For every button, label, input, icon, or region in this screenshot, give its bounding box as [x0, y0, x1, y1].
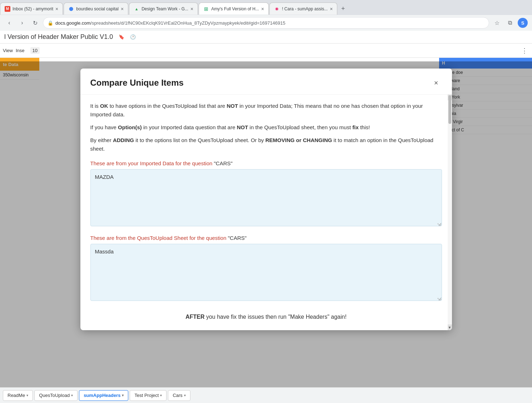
tab-cara-close[interactable]: ×: [330, 6, 333, 12]
after-text: AFTER: [185, 314, 204, 320]
cara-favicon: ◉: [274, 6, 280, 12]
profile-button[interactable]: S: [518, 18, 528, 28]
sheet-tab-questoupload[interactable]: QuesToUpload ▾: [34, 390, 78, 401]
section2-textarea[interactable]: Massda: [90, 244, 442, 301]
sidebar-button[interactable]: ⧉: [505, 18, 515, 28]
sumappheaders-label: sumAppHeaders: [84, 393, 120, 398]
section2-question: "CARS": [228, 235, 247, 241]
amys-favicon: ⊞: [203, 6, 209, 12]
testproject-arrow: ▾: [160, 393, 162, 397]
modal-overlay: Compare Unique Items × ▲ ▼ It is OK to h…: [0, 61, 532, 387]
section1-label: These are from your Imported Data for th…: [90, 160, 442, 166]
section1-textarea-wrapper: MAZDA ⤡: [90, 169, 442, 228]
address-url: docs.google.com/spreadsheets/d/1fNC90xEK…: [55, 20, 285, 26]
footer-text: AFTER you have fix the issues then run "…: [90, 309, 442, 323]
tab-design[interactable]: ▲ Design Team Work - G... ×: [129, 2, 198, 15]
adding-text: ADDING: [113, 137, 134, 143]
back-button[interactable]: ‹: [4, 18, 14, 28]
gmail-favicon: M: [5, 6, 10, 12]
tab-design-close[interactable]: ×: [190, 6, 193, 12]
tab-bourdieu-label: bourdieu social capital: [76, 6, 119, 11]
sheet-title: l Version of Header Maker Public V1.0: [4, 33, 113, 41]
info-paragraph-1: It is OK to have options in the QuesToUp…: [90, 102, 442, 119]
ok-text: OK: [100, 103, 108, 109]
sheet-tab-cars[interactable]: Cars ▾: [168, 390, 190, 401]
browser-chrome: M Inbox (52) - amymorit × ⬤ bourdieu soc…: [0, 0, 532, 31]
lock-icon: 🔒: [48, 20, 53, 26]
tab-gmail[interactable]: M Inbox (52) - amymorit ×: [0, 2, 63, 15]
sheet-tab-sumappheaders[interactable]: sumAppHeaders ▾: [79, 390, 128, 401]
bourdieu-favicon: ⬤: [68, 6, 74, 12]
tab-design-label: Design Team Work - G...: [141, 6, 188, 11]
forward-button[interactable]: ›: [17, 18, 27, 28]
sheet-tab-testproject[interactable]: Test Project ▾: [130, 390, 166, 401]
tab-amys-label: Amy's Full Version of H...: [211, 6, 259, 11]
info-paragraph-2: If you have Option(s) in your Imported d…: [90, 123, 442, 132]
tab-amys-close[interactable]: ×: [261, 6, 264, 12]
cars-label: Cars: [173, 393, 182, 398]
new-tab-button[interactable]: +: [338, 4, 348, 14]
spreadsheet-background: l Version of Header Maker Public V1.0 🔖 …: [0, 31, 532, 403]
modal-scrollbar-track[interactable]: ▲ ▼: [448, 95, 452, 330]
modal-title: Compare Unique Items: [90, 78, 184, 88]
not-text-1: NOT: [227, 103, 238, 109]
info-paragraph-3: By either ADDING it to the options list …: [90, 136, 442, 153]
cars-arrow: ▾: [184, 393, 186, 397]
fix-text: fix: [352, 124, 359, 130]
modal-body: ▲ ▼ It is OK to have options in the Ques…: [80, 95, 452, 330]
sheet-tab-readme[interactable]: ReadMe ▾: [3, 390, 33, 401]
tab-bourdieu[interactable]: ⬤ bourdieu social capital ×: [64, 2, 128, 15]
menu-insert[interactable]: Inse: [16, 48, 25, 53]
sheet-header-bar: l Version of Header Maker Public V1.0 🔖 …: [0, 31, 532, 44]
options-text: Option(s): [118, 124, 142, 130]
url-domain: docs.google.com: [55, 20, 90, 26]
address-bar-row: ‹ › ↻ 🔒 docs.google.com/spreadsheets/d/1…: [0, 15, 532, 31]
sheet-tabs: ReadMe ▾ QuesToUpload ▾ sumAppHeaders ▾ …: [0, 387, 532, 403]
section2-textarea-wrapper: Massda ⤡: [90, 244, 442, 302]
compare-unique-modal: Compare Unique Items × ▲ ▼ It is OK to h…: [80, 69, 452, 330]
modal-header: Compare Unique Items ×: [80, 69, 452, 95]
section1-question: "CARS": [214, 160, 233, 166]
section1-textarea[interactable]: MAZDA: [90, 169, 442, 226]
testproject-label: Test Project: [134, 393, 159, 398]
design-favicon: ▲: [134, 6, 139, 12]
toolbar-zoom[interactable]: 10: [30, 47, 40, 54]
section2-resize-handle[interactable]: ⤡: [436, 297, 441, 302]
section2-label: These are from the QuesToUpload Sheet fo…: [90, 235, 442, 241]
more-options-icon[interactable]: ⋮: [520, 45, 529, 56]
tab-gmail-label: Inbox (52) - amymorit: [13, 6, 53, 11]
questoupload-label: QuesToUpload: [39, 393, 70, 398]
readme-label: ReadMe: [8, 393, 25, 398]
reload-button[interactable]: ↻: [30, 18, 40, 28]
url-path: /spreadsheets/d/1fNC90xEKclqK91VrEal2OnH…: [90, 20, 285, 26]
tab-gmail-close[interactable]: ×: [55, 6, 58, 12]
address-bar[interactable]: 🔒 docs.google.com/spreadsheets/d/1fNC90x…: [43, 17, 489, 29]
tab-cara[interactable]: ◉ ! Cara - sumApp assis... ×: [269, 2, 337, 15]
tab-amys[interactable]: ⊞ Amy's Full Version of H... ×: [199, 2, 269, 15]
tab-bourdieu-close[interactable]: ×: [121, 6, 124, 12]
questoupload-arrow: ▾: [71, 393, 73, 397]
modal-scrollbar-thumb[interactable]: [448, 95, 451, 124]
star-button[interactable]: ☆: [492, 18, 502, 28]
sumappheaders-arrow: ▾: [122, 393, 124, 397]
bookmark-icon[interactable]: 🔖: [119, 34, 124, 40]
scroll-down-button[interactable]: ▼: [448, 324, 452, 330]
history-icon[interactable]: 🕐: [130, 34, 136, 40]
section1-resize-handle[interactable]: ⤡: [436, 222, 441, 227]
tab-cara-label: ! Cara - sumApp assis...: [282, 6, 328, 11]
not-text-2: NOT: [237, 124, 248, 130]
modal-close-button[interactable]: ×: [431, 77, 442, 89]
menu-view[interactable]: View: [3, 48, 13, 53]
tab-bar: M Inbox (52) - amymorit × ⬤ bourdieu soc…: [0, 0, 532, 15]
readme-arrow: ▾: [26, 393, 28, 397]
removing-changing-text: REMOVING or CHANGING: [265, 137, 332, 143]
toolbar-row: View Inse 10 ⋮: [0, 44, 532, 58]
